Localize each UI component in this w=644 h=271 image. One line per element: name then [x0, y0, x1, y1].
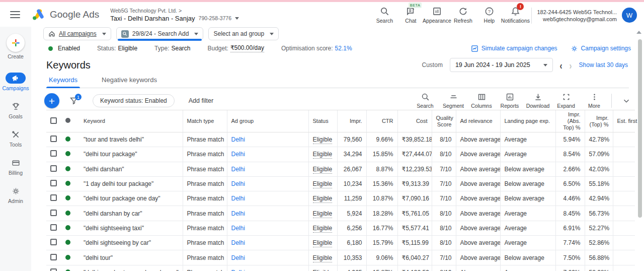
- menu-icon[interactable]: [10, 11, 20, 18]
- status-value[interactable]: Eligible: [313, 136, 333, 144]
- avatar[interactable]: W: [622, 8, 637, 23]
- col-cost[interactable]: Cost: [397, 110, 432, 132]
- status-value[interactable]: Eligible: [313, 151, 333, 159]
- ad-group-link[interactable]: Delhi: [231, 225, 245, 232]
- table-search-button[interactable]: Search: [411, 93, 439, 109]
- status-value[interactable]: Eligible: [313, 166, 333, 174]
- keyword-cell[interactable]: "delhi tour": [79, 250, 183, 265]
- optimisation-score[interactable]: Optimisation score:52.1%: [281, 45, 352, 52]
- ad-group-link[interactable]: Delhi: [231, 180, 245, 187]
- col-est-first[interactable]: Est. first: [613, 110, 635, 132]
- ad-selector[interactable]: 29/8/24 - Search Add: [116, 27, 204, 40]
- status-value[interactable]: Eligible: [313, 180, 333, 188]
- sidebar-item-campaigns[interactable]: Campaigns: [0, 73, 31, 91]
- campaign-name[interactable]: Taxi - Delhi Darshan - Sanjay: [110, 15, 195, 22]
- reports-button[interactable]: Reports: [496, 93, 524, 109]
- refresh-action[interactable]: Refresh: [450, 5, 476, 24]
- enabled-dot-icon[interactable]: [65, 137, 70, 142]
- keyword-status-filter-chip[interactable]: Keyword status: Enabled: [93, 94, 175, 107]
- status-value[interactable]: Eligible: [313, 269, 333, 271]
- enabled-dot-icon[interactable]: [65, 151, 70, 156]
- keyword-cell[interactable]: "delhi tour package": [79, 147, 183, 162]
- keyword-cell[interactable]: "delhi sightseeing taxi": [79, 221, 183, 235]
- row-checkbox[interactable]: [50, 194, 57, 201]
- scrollbar-up-arrow[interactable]: [636, 31, 641, 34]
- tab-negative-keywords[interactable]: Negative keywords: [99, 73, 159, 88]
- expand-button[interactable]: Expand: [552, 93, 580, 109]
- help-action[interactable]: ? Help: [476, 5, 502, 24]
- ad-group-link[interactable]: Delhi: [231, 254, 245, 261]
- col-status[interactable]: Status: [308, 110, 337, 132]
- campaign-settings-link[interactable]: Campaign settings: [571, 45, 631, 52]
- collapse-toolbar-chevron-icon[interactable]: [622, 96, 631, 105]
- sidebar-item-create[interactable]: Create: [0, 34, 31, 59]
- campaign-budget[interactable]: Budget:₹500.00/day: [208, 44, 264, 52]
- prev-date-chevron-icon[interactable]: ‹: [560, 59, 562, 71]
- sidebar-item-tools[interactable]: Tools: [0, 129, 31, 148]
- enabled-dot-icon[interactable]: [65, 211, 70, 216]
- add-filter-button[interactable]: Add filter: [189, 97, 213, 104]
- vertical-scrollbar[interactable]: [638, 39, 642, 218]
- status-value[interactable]: Eligible: [313, 210, 333, 218]
- tab-keywords[interactable]: Keywords: [46, 73, 80, 88]
- status-value[interactable]: Eligible: [313, 225, 333, 233]
- enabled-dot-icon[interactable]: [65, 240, 70, 245]
- ad-group-link[interactable]: Delhi: [231, 166, 245, 173]
- ad-group-link[interactable]: Delhi: [231, 269, 245, 271]
- keyword-cell[interactable]: "delhi tour package one day": [79, 191, 183, 206]
- chevron-down-icon[interactable]: [235, 17, 239, 20]
- row-checkbox[interactable]: [50, 254, 57, 260]
- keyword-cell[interactable]: "delhi sightseeing by car": [79, 236, 183, 250]
- row-checkbox[interactable]: [50, 268, 57, 271]
- row-checkbox[interactable]: [50, 180, 57, 186]
- col-quality-score[interactable]: Quality Score: [432, 110, 456, 132]
- status-value[interactable]: Eligible: [313, 254, 333, 262]
- ad-group-link[interactable]: Delhi: [231, 151, 245, 158]
- add-keyword-button[interactable]: +: [44, 93, 59, 108]
- segment-button[interactable]: Segment: [439, 93, 467, 109]
- row-checkbox[interactable]: [50, 165, 57, 172]
- row-checkbox[interactable]: [50, 150, 57, 157]
- chat-action[interactable]: BETA Chat: [397, 5, 424, 24]
- keyword-cell[interactable]: "delhi darshan": [79, 162, 183, 176]
- select-all-checkbox[interactable]: [50, 117, 57, 124]
- enabled-dot-icon[interactable]: [65, 225, 70, 230]
- row-checkbox[interactable]: [50, 136, 57, 142]
- col-ctr[interactable]: CTR: [366, 110, 397, 132]
- col-ad-relevance[interactable]: Ad relevance: [456, 110, 500, 132]
- keyword-cell[interactable]: "delhi one day tour package by car": [79, 265, 183, 271]
- download-button[interactable]: Download: [524, 93, 552, 109]
- col-impr[interactable]: Impr.: [337, 110, 366, 132]
- enabled-dot-icon[interactable]: [65, 181, 70, 186]
- appearance-action[interactable]: Appearance: [424, 5, 450, 24]
- search-action[interactable]: Search: [371, 5, 397, 24]
- campaign-state[interactable]: Enabled: [48, 45, 80, 52]
- keyword-cell[interactable]: "1 day delhi tour package": [79, 176, 183, 191]
- account-info[interactable]: 182-244-6425 Web5G Technol... web5gtechn…: [537, 9, 617, 23]
- row-checkbox[interactable]: [50, 239, 57, 245]
- date-range-picker[interactable]: 19 Jun 2024 - 19 Jun 2025: [450, 58, 553, 72]
- sidebar-item-admin[interactable]: Admin: [0, 185, 31, 204]
- notifications-action[interactable]: ! Notifications: [502, 5, 528, 24]
- breadcrumb[interactable]: Web5G Technology Pvt. Ltd. >: [110, 8, 239, 14]
- enabled-dot-icon[interactable]: [65, 195, 70, 200]
- ad-group-link[interactable]: Delhi: [231, 136, 245, 143]
- keyword-cell[interactable]: "tour and travels delhi": [79, 132, 183, 147]
- ad-group-link[interactable]: Delhi: [231, 210, 245, 217]
- status-value[interactable]: Eligible: [313, 195, 333, 203]
- more-button[interactable]: More: [580, 93, 608, 109]
- enabled-dot-icon[interactable]: [65, 166, 70, 171]
- col-landing-page-exp[interactable]: Landing page exp.: [500, 110, 555, 132]
- row-checkbox[interactable]: [50, 224, 57, 231]
- col-impr-abs-top[interactable]: Impr. (Abs. Top) %: [555, 110, 585, 132]
- sidebar-item-billing[interactable]: Billing: [0, 157, 31, 176]
- campaign-selector[interactable]: All campaigns: [43, 27, 111, 40]
- show-last-30-days-link[interactable]: Show last 30 days: [579, 61, 628, 69]
- col-match-type[interactable]: Match type: [183, 110, 227, 132]
- filter-button[interactable]: 1: [69, 96, 78, 105]
- col-ad-group[interactable]: Ad group: [227, 110, 308, 132]
- keyword-cell[interactable]: "delhi darshan by car": [79, 206, 183, 221]
- col-impr-top[interactable]: Impr. (Top) %: [585, 110, 613, 132]
- next-date-chevron-icon[interactable]: ›: [570, 59, 572, 71]
- ad-group-link[interactable]: Delhi: [231, 239, 245, 246]
